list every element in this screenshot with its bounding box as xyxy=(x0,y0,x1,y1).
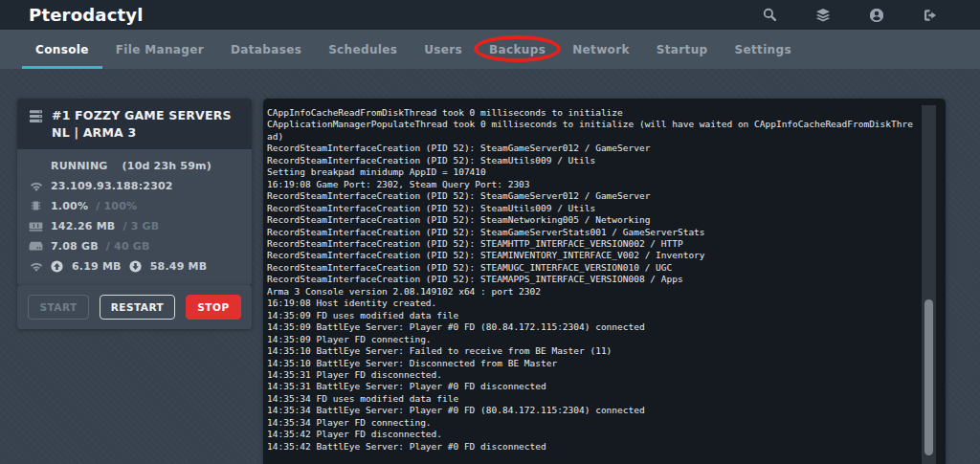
console-scrollbar[interactable] xyxy=(922,105,936,464)
app-title[interactable]: Pterodactyl xyxy=(29,5,144,25)
stop-button[interactable]: STOP xyxy=(186,295,240,320)
console-panel: CAppInfoCacheReadFromDiskThread took 0 m… xyxy=(263,99,946,464)
disk-usage: 7.08 GB xyxy=(51,240,99,253)
upload-arrow-icon xyxy=(51,260,63,273)
network-download-value: 58.49 MB xyxy=(150,260,208,273)
microchip-icon xyxy=(29,199,43,212)
tab-databases-label: Databases xyxy=(231,43,301,56)
layers-icon[interactable] xyxy=(815,8,831,23)
scrollbar-thumb[interactable] xyxy=(924,299,933,455)
memory-row: 142.26 MB / 3 GB xyxy=(29,219,240,232)
uptime-label: (10d 23h 59m) xyxy=(122,160,212,172)
tab-network-label: Network xyxy=(572,43,630,56)
console-output: CAppInfoCacheReadFromDiskThread took 0 m… xyxy=(263,99,914,460)
topbar: Pterodactyl xyxy=(0,0,980,30)
cpu-row: 1.00% / 100% xyxy=(29,199,240,212)
tab-users-label: Users xyxy=(424,43,462,56)
search-icon[interactable] xyxy=(762,8,777,23)
wifi-icon xyxy=(29,179,43,192)
tab-settings-label: Settings xyxy=(735,43,791,56)
memory-usage: 142.26 MB xyxy=(51,220,115,232)
tab-databases[interactable]: Databases xyxy=(217,30,315,69)
server-icon xyxy=(29,109,43,123)
hdd-icon xyxy=(29,239,43,253)
tab-startup[interactable]: Startup xyxy=(643,30,722,69)
topbar-icon-group xyxy=(762,8,980,23)
network-row: 6.19 MB 58.49 MB xyxy=(29,259,240,273)
tab-console-label: Console xyxy=(35,43,89,56)
network-wifi-icon xyxy=(29,259,43,273)
network-upload-value: 6.19 MB xyxy=(72,260,122,273)
tab-settings[interactable]: Settings xyxy=(722,30,805,69)
tab-schedules[interactable]: Schedules xyxy=(315,30,411,69)
memory-icon xyxy=(29,219,43,232)
tab-network[interactable]: Network xyxy=(559,30,643,69)
server-name: #1 FOZZY GAME SERVERS NL | ARMA 3 xyxy=(52,107,240,142)
address-row: 23.109.93.188:2302 xyxy=(29,179,240,192)
memory-limit: / 3 GB xyxy=(122,220,159,232)
server-stats: RUNNING (10d 23h 59m) 23.109.93.188:2302… xyxy=(17,149,252,285)
cpu-usage: 1.00% xyxy=(51,200,88,212)
tab-startup-label: Startup xyxy=(657,43,708,56)
download-arrow-icon xyxy=(129,260,142,273)
restart-button[interactable]: RESTART xyxy=(100,295,176,320)
power-controls-panel: START RESTART STOP xyxy=(17,285,252,329)
tab-console[interactable]: Console xyxy=(22,30,102,69)
server-nav: Console File Manager Databases Schedules… xyxy=(0,30,980,69)
start-button[interactable]: START xyxy=(28,295,88,320)
logout-icon[interactable] xyxy=(923,8,938,23)
tab-users[interactable]: Users xyxy=(411,30,476,69)
disk-row: 7.08 GB / 40 GB xyxy=(29,239,240,253)
server-title-header: #1 FOZZY GAME SERVERS NL | ARMA 3 xyxy=(17,99,252,149)
tab-file-manager[interactable]: File Manager xyxy=(102,30,217,69)
tab-schedules-label: Schedules xyxy=(328,43,397,56)
server-details-panel: #1 FOZZY GAME SERVERS NL | ARMA 3 RUNNIN… xyxy=(17,99,252,285)
tab-backups[interactable]: Backups xyxy=(476,30,559,69)
user-circle-icon[interactable] xyxy=(869,8,884,23)
server-address: 23.109.93.188:2302 xyxy=(51,180,173,192)
pterodactyl-panel: Pterodactyl Console File Manager Databas… xyxy=(0,0,980,464)
cpu-limit: / 100% xyxy=(96,200,137,212)
disk-limit: / 40 GB xyxy=(106,240,150,253)
status-row: RUNNING (10d 23h 59m) xyxy=(29,160,240,172)
tab-backups-label: Backups xyxy=(489,43,546,56)
tab-file-manager-label: File Manager xyxy=(116,43,204,56)
status-badge: RUNNING xyxy=(51,160,108,172)
